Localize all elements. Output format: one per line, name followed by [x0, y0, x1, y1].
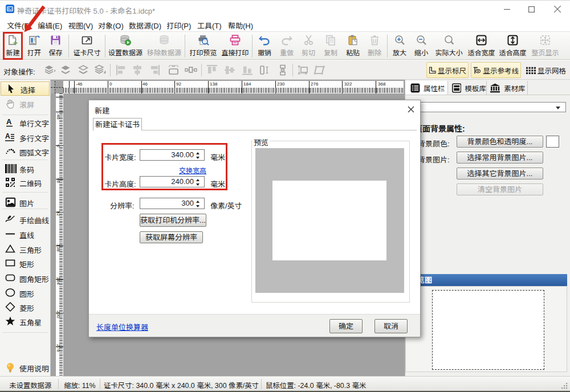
svg-text:A: A	[6, 117, 12, 126]
svg-text:A: A	[5, 132, 10, 140]
